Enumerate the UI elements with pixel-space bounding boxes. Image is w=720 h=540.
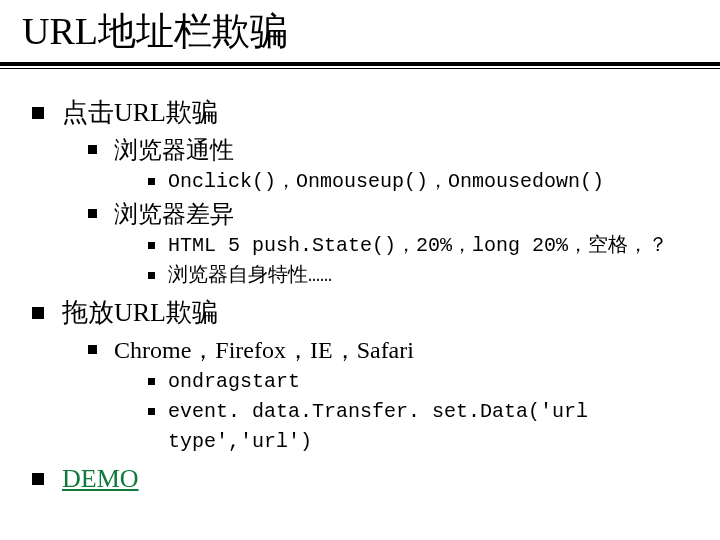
list-item: 浏览器差异 HTML 5 push.State()，20%，long 20%，空…: [86, 197, 690, 291]
bullet-list: 浏览器通性 Onclick()，Onmouseup()，Onmousedown(…: [62, 133, 690, 291]
item-text: ondragstart: [168, 370, 300, 393]
list-item: 浏览器通性 Onclick()，Onmouseup()，Onmousedown(…: [86, 133, 690, 197]
item-text: event. data.Transfer. set.Data('url type…: [168, 400, 588, 453]
item-text: 拖放URL欺骗: [62, 298, 218, 327]
item-text: 浏览器通性: [114, 137, 234, 163]
list-item: Onclick()，Onmouseup()，Onmousedown(): [146, 167, 690, 197]
bullet-list: Onclick()，Onmouseup()，Onmousedown(): [114, 167, 690, 197]
item-text: 点击URL欺骗: [62, 98, 218, 127]
list-item: Chrome，Firefox，IE，Safari ondragstart eve…: [86, 333, 690, 457]
rule-thick: [0, 62, 720, 66]
list-item: DEMO: [30, 461, 690, 497]
list-item: ondragstart: [146, 367, 690, 397]
bullet-list: ondragstart event. data.Transfer. set.Da…: [114, 367, 690, 457]
item-text: Chrome，Firefox，IE，Safari: [114, 337, 414, 363]
list-item: 浏览器自身特性……: [146, 261, 690, 291]
item-text: HTML 5 push.State()，20%，long 20%，空格，？: [168, 234, 668, 257]
demo-link[interactable]: DEMO: [62, 464, 139, 493]
content-area: 点击URL欺骗 浏览器通性 Onclick()，Onmouseup()，Onmo…: [0, 69, 720, 497]
list-item: 点击URL欺骗 浏览器通性 Onclick()，Onmouseup()，Onmo…: [30, 95, 690, 291]
item-text: 浏览器差异: [114, 201, 234, 227]
list-item: 拖放URL欺骗 Chrome，Firefox，IE，Safari ondrags…: [30, 295, 690, 457]
bullet-list: 点击URL欺骗 浏览器通性 Onclick()，Onmouseup()，Onmo…: [30, 95, 690, 497]
item-text: Onclick()，Onmouseup()，Onmousedown(): [168, 170, 604, 193]
slide-title: URL地址栏欺骗: [22, 10, 698, 54]
bullet-list: HTML 5 push.State()，20%，long 20%，空格，？ 浏览…: [114, 231, 690, 291]
title-wrap: URL地址栏欺骗: [0, 0, 720, 56]
divider: [0, 56, 720, 69]
list-item: HTML 5 push.State()，20%，long 20%，空格，？: [146, 231, 690, 261]
slide: URL地址栏欺骗 点击URL欺骗 浏览器通性 Onclick()，Onmouse…: [0, 0, 720, 540]
bullet-list: Chrome，Firefox，IE，Safari ondragstart eve…: [62, 333, 690, 457]
item-text: 浏览器自身特性……: [168, 264, 332, 287]
list-item: event. data.Transfer. set.Data('url type…: [146, 397, 690, 457]
